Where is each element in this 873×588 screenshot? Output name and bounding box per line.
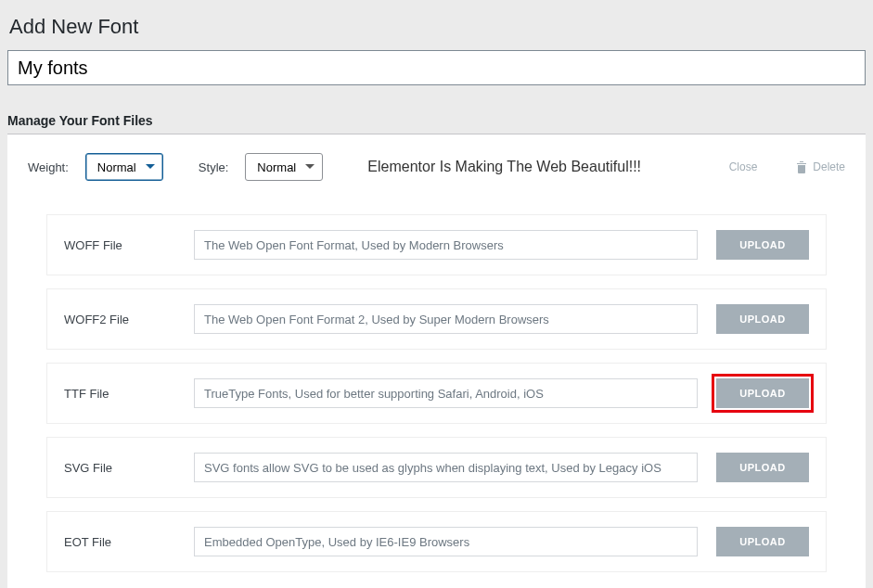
file-path-input[interactable] bbox=[194, 304, 698, 334]
page-title: Add New Font bbox=[7, 7, 866, 50]
file-type-label: WOFF2 File bbox=[64, 313, 175, 326]
close-label: Close bbox=[729, 160, 758, 173]
delete-label: Delete bbox=[813, 160, 845, 173]
file-type-label: SVG File bbox=[64, 461, 175, 475]
file-path-input[interactable] bbox=[194, 527, 698, 556]
upload-button[interactable]: UPLOAD bbox=[716, 230, 809, 260]
style-select[interactable]: Normal bbox=[245, 153, 323, 181]
file-row: SVG FileUPLOAD bbox=[46, 437, 827, 498]
upload-button[interactable]: UPLOAD bbox=[716, 378, 809, 408]
upload-button[interactable]: UPLOAD bbox=[716, 527, 809, 556]
trash-icon bbox=[796, 160, 807, 173]
file-type-label: WOFF File bbox=[64, 238, 175, 252]
file-path-input[interactable] bbox=[194, 453, 698, 482]
file-path-input[interactable] bbox=[194, 230, 698, 260]
file-type-label: EOT File bbox=[64, 535, 175, 549]
file-row: TTF FileUPLOAD bbox=[46, 363, 827, 424]
upload-button[interactable]: UPLOAD bbox=[716, 304, 809, 334]
font-preview-text: Elementor Is Making The Web Beautiful!!! bbox=[367, 159, 712, 175]
style-label: Style: bbox=[199, 160, 229, 174]
file-path-input[interactable] bbox=[194, 378, 698, 408]
delete-button[interactable]: Delete bbox=[796, 160, 845, 173]
weight-label: Weight: bbox=[28, 160, 69, 174]
file-type-label: TTF File bbox=[64, 387, 175, 401]
font-variation-box: Weight: Normal Style: Normal Elementor I… bbox=[7, 134, 866, 588]
weight-select[interactable]: Normal bbox=[85, 153, 163, 181]
file-row: WOFF2 FileUPLOAD bbox=[46, 288, 827, 350]
section-title: Manage Your Font Files bbox=[7, 113, 866, 134]
font-files-section: WOFF FileUPLOADWOFF2 FileUPLOADTTF FileU… bbox=[7, 199, 866, 588]
variation-header: Weight: Normal Style: Normal Elementor I… bbox=[7, 134, 866, 199]
font-name-input[interactable] bbox=[7, 50, 866, 85]
upload-button[interactable]: UPLOAD bbox=[716, 453, 809, 482]
file-row: EOT FileUPLOAD bbox=[46, 511, 827, 572]
file-row: WOFF FileUPLOAD bbox=[46, 214, 827, 275]
close-button[interactable]: Close bbox=[729, 160, 758, 173]
